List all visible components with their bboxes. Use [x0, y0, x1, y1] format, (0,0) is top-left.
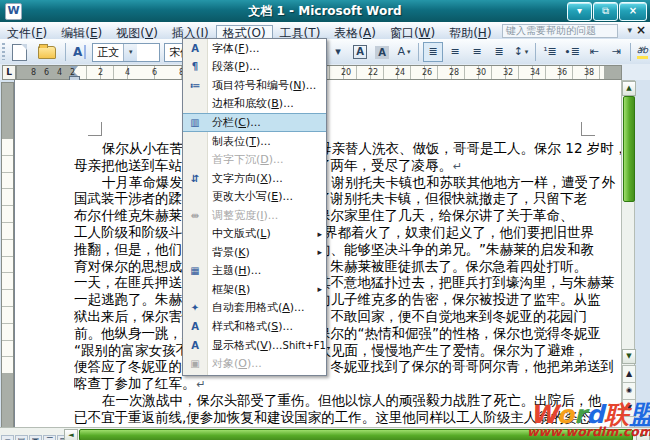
- menu-item-主题[interactable]: ▦主题(H)...: [183, 262, 326, 281]
- format-menu-items: A字体(F)...¶段落(P)...≔项目符号和编号(N)...边框和底纹(B)…: [183, 39, 326, 375]
- ruler-number: 30: [476, 68, 486, 77]
- ruler-number: 24: [395, 68, 405, 77]
- character-scaling-button[interactable]: A▾: [394, 42, 414, 62]
- minimize-button[interactable]: ▾: [567, 2, 592, 21]
- vertical-scroll-thumb[interactable]: [623, 96, 635, 202]
- ruler-number: 28: [449, 68, 459, 77]
- toolbar-separator: [630, 43, 631, 61]
- format-menu-popup: A字体(F)...¶段落(P)...≔项目符号和编号(N)...边框和底纹(B)…: [182, 38, 327, 376]
- document-line: 母亲把他送到车站食堂当杂役，在那里干了两年，受尽了凌辱。↵: [74, 157, 619, 174]
- toolbar-grip[interactable]: [2, 43, 5, 60]
- open-button[interactable]: [33, 42, 61, 62]
- new-document-button[interactable]: [8, 42, 31, 62]
- menu-item-首字下沉[interactable]: 首字下沉(D)...: [183, 150, 326, 169]
- menu-item-项目符号和编号[interactable]: ≔项目符号和编号(N)...: [183, 76, 326, 95]
- outline-view-button[interactable]: ☰: [43, 435, 56, 440]
- object-icon: ▣: [183, 358, 207, 369]
- menu-item-label: 主题(H)...: [207, 263, 261, 278]
- menu-item-分栏[interactable]: ▥分栏(C)...: [183, 113, 326, 132]
- character-scaling-icon: A: [397, 44, 405, 60]
- menu-item-中文版式[interactable]: 中文版式(L)▸: [183, 224, 326, 243]
- document-line: “跟别的富家女孩不一样，很有教养”。几次见面，慢慢地产生了爱情。保尔为了避难，: [74, 342, 619, 359]
- decrease-indent-button[interactable]: ⇤: [584, 42, 604, 62]
- wordlm-url: www.wordlm.com: [527, 424, 650, 439]
- theme-icon: ▦: [183, 265, 207, 276]
- help-input[interactable]: 键入需要帮助的问题: [502, 24, 618, 38]
- menu-item-label: 框架(R): [207, 282, 250, 297]
- menu-item-制表位[interactable]: 制表位(T)...: [183, 132, 326, 151]
- document-line: 育对保尔的思想成长起了决定作用。突然，朱赫莱被匪徒抓去了。保尔急着四处打听。: [74, 258, 619, 275]
- scroll-up-icon[interactable]: ▲: [622, 81, 636, 96]
- scroll-left-icon[interactable]: ◄: [64, 429, 78, 440]
- styles-pane-button[interactable]: A: [73, 45, 86, 59]
- align-justify-button[interactable]: ≣: [423, 42, 443, 62]
- menu-item-显示格式[interactable]: A显示格式(V)...Shift+F1: [183, 336, 326, 355]
- character-border-button[interactable]: A: [350, 42, 370, 62]
- font-size-combo-arrow-button[interactable]: ▾: [328, 42, 348, 62]
- menu-item-label: 首字下沉(D)...: [207, 152, 284, 167]
- document-line: 十月革命爆发后，帝国主义武装干涉。谢别托夫卡镇也和苏联其他地方一样，遭受了外: [74, 174, 622, 191]
- adjust-width-icon: ⇹: [183, 210, 207, 221]
- style-combo[interactable]: 正文 ▾: [92, 43, 160, 62]
- help-dropdown-arrow-icon[interactable]: ▾: [627, 25, 632, 35]
- styles-format-icon: A: [183, 321, 207, 332]
- menu-item-label: 制表位(T)...: [207, 134, 271, 149]
- menu-item-背景[interactable]: 背景(K)▸: [183, 243, 326, 262]
- menu-item-label: 对象(O)...: [207, 356, 262, 371]
- vertical-ruler[interactable]: [1, 82, 14, 429]
- decrease-indent-icon: ⇤: [589, 44, 598, 60]
- menu-item-调整宽度[interactable]: ⇹调整宽度(I)...: [183, 206, 326, 225]
- menu-item-边框和底纹[interactable]: 边框和底纹(B)...: [183, 95, 326, 114]
- tab-selector[interactable]: L: [2, 65, 16, 80]
- vertical-scrollbar[interactable]: ▲ ▼ ▲ ◉ ▼: [621, 80, 635, 428]
- line-spacing-button[interactable]: ↕▾: [511, 42, 531, 62]
- align-center-button[interactable]: ≡: [445, 42, 465, 62]
- word-window: W 文档 1 - Microsoft Word ▾ ⧉ × 文件(F)编辑(E)…: [0, 0, 650, 440]
- menu-item-自动套用格式[interactable]: ✦自动套用格式(A)...: [183, 299, 326, 318]
- menu-item-框架[interactable]: 框架(R)▸: [183, 280, 326, 299]
- toolbar-right-group: ▾AAA▾≣≡≡≣↕▾¹≣∙≣⇤⇥ab▾: [327, 42, 650, 62]
- align-right-button[interactable]: ≡: [467, 42, 487, 62]
- menu-item-对象[interactable]: ▣对象(O)...: [183, 354, 326, 373]
- paragraph-mark-icon: ↵: [453, 160, 462, 173]
- style-combo-arrow-icon[interactable]: ▾: [123, 44, 137, 61]
- normal-view-button[interactable]: ≡: [1, 435, 14, 440]
- menu-item-字体[interactable]: A字体(F)...: [183, 39, 326, 58]
- previous-page-button[interactable]: ▲: [622, 365, 636, 383]
- menu-item-更改大小写[interactable]: 更改大小写(E)...: [183, 187, 326, 206]
- print-layout-view-button[interactable]: ▣: [29, 435, 42, 440]
- character-border-icon: A: [353, 45, 367, 59]
- character-shading-button[interactable]: A: [372, 42, 392, 62]
- bullets-icon: ∙≣: [564, 44, 580, 60]
- menu-item-label: 调整宽度(I)...: [207, 208, 278, 223]
- submenu-arrow-icon: ▸: [317, 247, 322, 257]
- increase-indent-button[interactable]: ⇥: [606, 42, 626, 62]
- document-line: 推翻，但是，他们需要的是无数勇敢坚强的、能够坚决斗争的弟兄。”朱赫莱的启发和教: [74, 241, 619, 258]
- vruler-bottom-margin: [2, 373, 13, 428]
- menu-item-文字方向[interactable]: ⇵文字方向(X)...: [183, 169, 326, 188]
- document-line: 前。他纵身一跳，跃过栅栏。冬妮亚喜欢保尔的“热情和倔强”的性格，保尔也觉得冬妮亚: [74, 325, 619, 342]
- web-layout-view-button[interactable]: ▤: [15, 435, 28, 440]
- bullets-button[interactable]: ∙≣: [562, 42, 582, 62]
- scroll-down-icon[interactable]: ▼: [622, 349, 636, 364]
- menu-item-label: 边框和底纹(B)...: [207, 96, 294, 111]
- close-button[interactable]: ×: [619, 2, 647, 21]
- menu-item-label: 中文版式(L): [207, 226, 271, 241]
- menu-item-样式和格式[interactable]: A样式和格式(S)...: [183, 317, 326, 336]
- paragraph-icon: ¶: [183, 61, 207, 72]
- increase-indent-icon: ⇥: [611, 44, 620, 60]
- numbering-icon: ¹≣: [543, 44, 557, 60]
- ruler-number: 26: [422, 68, 432, 77]
- dropdown-arrow-icon: ▾: [525, 48, 529, 56]
- toolbar-overflow-icon[interactable]: »: [636, 43, 648, 54]
- menu-item-label: 字体(F)...: [207, 41, 259, 56]
- ruler-margin-number: 2: [70, 68, 75, 77]
- document-line: 国武装干涉者的蹂躏。红军曾经一度解放了谢别托夫卡镇，但很快就撤走了，只留下老: [74, 190, 619, 207]
- distributed-align-button[interactable]: ≣: [489, 42, 509, 62]
- document-close-icon[interactable]: ×: [636, 23, 646, 37]
- align-center-icon: ≡: [450, 44, 459, 60]
- menu-item-段落[interactable]: ¶段落(P)...: [183, 58, 326, 77]
- numbering-button[interactable]: ¹≣: [540, 42, 560, 62]
- restore-button[interactable]: ⧉: [593, 2, 618, 21]
- title-bar: W 文档 1 - Microsoft Word ▾ ⧉ ×: [0, 0, 650, 23]
